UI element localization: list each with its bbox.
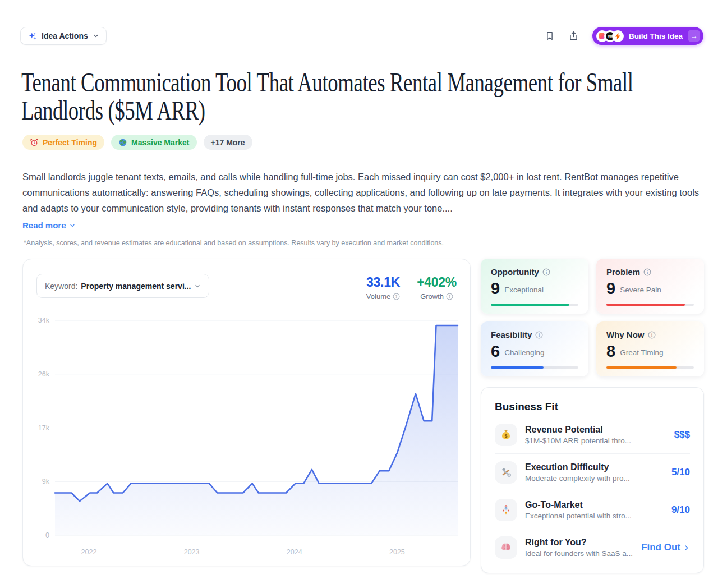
money-bag-icon: $ bbox=[500, 429, 512, 441]
svg-text:i: i bbox=[651, 332, 652, 337]
problem-score-card[interactable]: Problem i 9Severe Pain bbox=[596, 259, 704, 314]
svg-text:26k: 26k bbox=[38, 370, 50, 378]
info-icon[interactable]: i bbox=[648, 331, 656, 339]
keyword-select[interactable]: Keyword: Property management servi... bbox=[36, 274, 209, 298]
svg-text:i: i bbox=[539, 332, 540, 337]
svg-text:i: i bbox=[546, 269, 547, 274]
score-value: 9 bbox=[491, 281, 500, 297]
tag-more[interactable]: +17 More bbox=[204, 135, 252, 150]
execution-difficulty-row[interactable]: Execution Difficulty Moderate complexity… bbox=[495, 453, 690, 491]
svg-text:2023: 2023 bbox=[184, 548, 200, 556]
find-out-button[interactable]: Find Out bbox=[641, 542, 690, 553]
score-value: 9 bbox=[606, 281, 615, 297]
hammer-wrench-icon bbox=[500, 466, 512, 479]
svg-text:2024: 2024 bbox=[287, 548, 302, 556]
help-icon[interactable]: ? bbox=[393, 293, 400, 300]
build-this-idea-button[interactable]: v0 Build This Idea → bbox=[592, 27, 703, 45]
svg-text:?: ? bbox=[395, 295, 398, 298]
share-button[interactable] bbox=[568, 30, 579, 42]
top-toolbar: Idea Actions v0 bbox=[20, 27, 703, 45]
svg-text:$: $ bbox=[504, 433, 507, 439]
score-label: Challenging bbox=[504, 346, 544, 357]
go-to-market-value: 9/10 bbox=[671, 504, 690, 516]
trend-line-chart: 09k17k26k34k2022202320242025 bbox=[23, 315, 471, 564]
svg-text:2025: 2025 bbox=[389, 548, 405, 556]
score-title: Feasibility bbox=[491, 330, 532, 339]
score-label: Exceptional bbox=[504, 283, 544, 294]
chevron-down-icon bbox=[194, 283, 201, 290]
score-panel: Opportunity i 9Exceptional Problem i 9Se… bbox=[481, 259, 704, 573]
chevron-down-icon bbox=[93, 33, 99, 39]
growth-value: +402% bbox=[417, 275, 457, 290]
chevron-right-icon bbox=[683, 544, 690, 552]
svg-text:i: i bbox=[647, 269, 648, 274]
chevron-down-icon bbox=[69, 222, 76, 229]
score-label: Great Timing bbox=[620, 346, 663, 357]
score-value: 8 bbox=[606, 343, 615, 360]
svg-text:?: ? bbox=[449, 295, 451, 298]
info-icon[interactable]: i bbox=[643, 268, 651, 276]
score-title: Opportunity bbox=[491, 267, 539, 277]
globe-icon bbox=[118, 138, 127, 147]
row-subtitle: $1M-$10M ARR potential thro... bbox=[525, 437, 666, 445]
volume-stat: 33.1K Volume ? bbox=[366, 275, 400, 301]
trend-chart-card: Keyword: Property management servi... 33… bbox=[22, 259, 471, 566]
build-button-label: Build This Idea bbox=[629, 32, 683, 40]
svg-text:17k: 17k bbox=[38, 424, 50, 432]
business-fit-title: Business Fit bbox=[495, 401, 690, 413]
bookmark-button[interactable] bbox=[545, 30, 555, 42]
toolbar-actions: v0 Build This Idea → bbox=[545, 27, 703, 45]
disclaimer-text: *Analysis, scores, and revenue estimates… bbox=[24, 239, 444, 247]
score-label: Severe Pain bbox=[620, 283, 661, 294]
tag-massive-market[interactable]: Massive Market bbox=[111, 135, 197, 150]
svg-text:0: 0 bbox=[45, 531, 49, 539]
bolt-logo-icon bbox=[612, 30, 624, 42]
row-title: Right for You? bbox=[525, 538, 633, 548]
info-icon[interactable]: i bbox=[535, 331, 543, 339]
score-title: Problem bbox=[606, 267, 640, 277]
feasibility-score-card[interactable]: Feasibility i 6Challenging bbox=[481, 321, 588, 376]
row-title: Go-To-Market bbox=[525, 500, 664, 510]
growth-label: Growth ? bbox=[420, 292, 453, 301]
info-icon[interactable]: i bbox=[542, 268, 550, 276]
go-to-market-row[interactable]: Go-To-Market Exceptional potential with … bbox=[495, 491, 690, 529]
share-icon bbox=[568, 30, 579, 42]
keyword-value: Property management servi... bbox=[81, 282, 191, 291]
idea-actions-button[interactable]: Idea Actions bbox=[20, 27, 107, 45]
opportunity-score-card[interactable]: Opportunity i 9Exceptional bbox=[481, 259, 588, 314]
right-for-you-row[interactable]: Right for You? Ideal for founders with S… bbox=[495, 529, 690, 566]
business-fit-card: Business Fit $ Revenue Potential $1M-$10… bbox=[481, 387, 704, 573]
svg-text:2022: 2022 bbox=[81, 548, 97, 556]
keyword-label: Keyword: bbox=[45, 282, 77, 291]
sparkles-icon bbox=[27, 31, 37, 41]
page-title: Tenant Communication Tool That Automates… bbox=[21, 68, 678, 125]
idea-description: Small landlords juggle tenant texts, ema… bbox=[22, 169, 702, 216]
idea-detail-page: Idea Actions v0 bbox=[0, 0, 727, 588]
revenue-potential-value: $$$ bbox=[674, 429, 690, 440]
chart-header: Keyword: Property management servi... 33… bbox=[36, 274, 457, 301]
tool-logos: v0 bbox=[596, 30, 624, 42]
svg-text:9k: 9k bbox=[42, 477, 50, 485]
why-now-score-card[interactable]: Why Now i 8Great Timing bbox=[596, 321, 704, 376]
tag-perfect-timing[interactable]: Perfect Timing bbox=[22, 135, 104, 150]
volume-label: Volume ? bbox=[366, 292, 400, 301]
help-icon[interactable]: ? bbox=[446, 293, 453, 300]
alarm-clock-icon bbox=[30, 138, 39, 147]
read-more-button[interactable]: Read more bbox=[22, 220, 76, 230]
volume-value: 33.1K bbox=[366, 275, 400, 290]
execution-difficulty-value: 5/10 bbox=[671, 467, 690, 478]
tag-list: Perfect Timing Massive Market +17 More bbox=[22, 135, 252, 150]
svg-text:34k: 34k bbox=[38, 316, 50, 324]
row-subtitle: Exceptional potential with stro... bbox=[525, 512, 664, 520]
revenue-potential-row[interactable]: $ Revenue Potential $1M-$10M ARR potenti… bbox=[495, 416, 690, 453]
brain-icon bbox=[500, 541, 512, 554]
row-title: Execution Difficulty bbox=[525, 462, 664, 472]
rocket-icon bbox=[500, 504, 512, 516]
score-value: 6 bbox=[491, 343, 500, 360]
business-fit-rows: $ Revenue Potential $1M-$10M ARR potenti… bbox=[495, 416, 690, 566]
row-subtitle: Moderate complexity with pro... bbox=[525, 474, 664, 483]
score-grid: Opportunity i 9Exceptional Problem i 9Se… bbox=[481, 259, 704, 376]
growth-stat: +402% Growth ? bbox=[417, 275, 457, 301]
score-title: Why Now bbox=[606, 330, 645, 339]
chart-stats: 33.1K Volume ? +402% Growth ? bbox=[366, 275, 457, 301]
